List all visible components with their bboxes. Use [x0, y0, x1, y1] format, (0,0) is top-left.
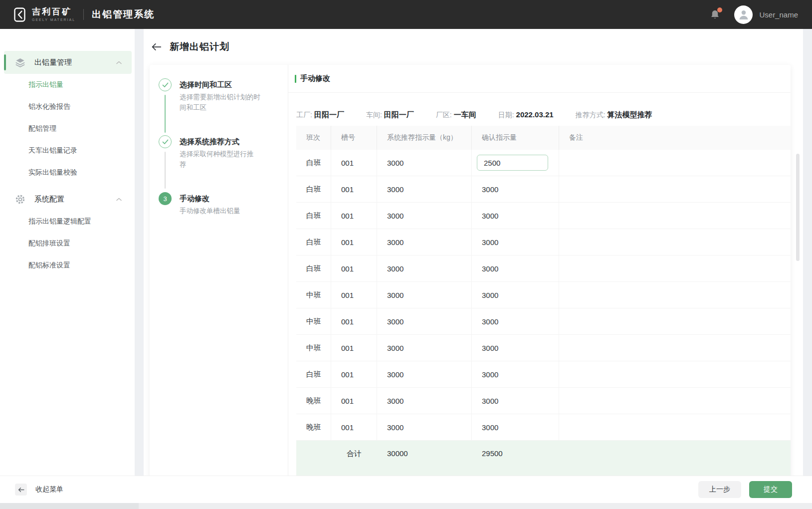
shift-cell: 白班	[296, 229, 331, 255]
page-header: 新增出铝计划	[144, 29, 803, 65]
slot-cell: 001	[331, 388, 377, 414]
table-row: 中班 001 3000 3000	[296, 308, 791, 335]
step-connector-1	[165, 95, 166, 133]
step-3-title: 手动修改	[180, 194, 209, 203]
top-header-bar: 吉利百矿 GEELY MATERIAL 出铝管理系统 User_name	[0, 0, 812, 29]
main-content: 新增出铝计划 选择时间和工区 选择需要新增出铝计划的时间和工区 选择系统推荐方式…	[144, 29, 803, 476]
confirmed-cell: 3000	[472, 282, 559, 308]
sidebar-items-group-2: 指示出铝量逻辑配置 配铝排班设置 配铝标准设置	[0, 211, 135, 276]
remark-cell	[559, 414, 791, 440]
slot-cell: 001	[331, 335, 377, 361]
recommended-cell: 3000	[377, 150, 472, 176]
brand-logo-icon	[14, 7, 26, 22]
confirmed-input[interactable]	[477, 155, 548, 171]
header-divider	[83, 9, 84, 20]
column-header: 系统推荐指示量（kg）	[377, 126, 472, 150]
recommended-cell: 3000	[377, 255, 472, 281]
brand-logo: 吉利百矿 GEELY MATERIAL	[14, 7, 75, 22]
table-row: 白班 001 3000 3000	[296, 255, 791, 282]
user-name[interactable]: User_name	[759, 10, 798, 19]
notification-dot	[717, 7, 722, 12]
recommended-cell: 3000	[377, 308, 472, 334]
remark-cell	[559, 335, 791, 361]
step-2-desc: 选择采取何种模型进行推荐	[180, 149, 258, 170]
remark-cell	[559, 282, 791, 308]
manual-edit-panel: 手动修改 工厂: 田阳一厂 车间: 田阳一厂 厂区:	[288, 65, 791, 476]
table-row: 中班 001 3000 3000	[296, 282, 791, 308]
confirmed-cell: 3000	[472, 335, 559, 361]
sidebar-item[interactable]: 配铝排班设置	[0, 233, 135, 254]
sidebar-item[interactable]: 铝水化验报告	[0, 96, 135, 118]
table-body: 白班 001 3000 白班 001	[296, 150, 791, 441]
avatar[interactable]	[734, 5, 753, 24]
recommended-cell: 3000	[377, 361, 472, 387]
column-header: 班次	[296, 126, 331, 150]
confirmed-cell: 3000	[472, 203, 559, 229]
meta-label: 工厂:	[296, 111, 312, 120]
step-2-check-icon	[159, 135, 172, 148]
recommended-cell: 3000	[377, 203, 472, 229]
brand-name-en: GEELY MATERIAL	[32, 18, 75, 21]
recommended-cell: 3000	[377, 176, 472, 202]
table-row: 晚班 001 3000 3000	[296, 414, 791, 441]
section-header: 手动修改	[288, 65, 791, 93]
confirmed-cell: 3000	[472, 255, 559, 281]
previous-step-button[interactable]: 上一步	[698, 481, 741, 498]
meta-value: 2022.03.21	[516, 110, 554, 119]
sidebar-section-aluminum-output[interactable]: 出铝量管理	[0, 51, 135, 74]
table-row: 白班 001 3000 3000	[296, 176, 791, 203]
step-1-desc: 选择需要新增出铝计划的时间和工区	[180, 92, 265, 113]
sidebar-item-label: 配铝管理	[28, 124, 56, 133]
recommended-cell: 3000	[377, 388, 472, 414]
sidebar-item[interactable]: 天车出铝量记录	[0, 140, 135, 162]
table-header-row: 班次 槽号 系统推荐指示量（kg） 确认指示量 备注	[296, 126, 791, 150]
meta-item: 推荐方式: 算法模型推荐	[576, 110, 652, 120]
sidebar-item[interactable]: 配铝标准设置	[0, 254, 135, 276]
slot-cell: 001	[331, 229, 377, 255]
sidebar-item[interactable]: 实际出铝量校验	[0, 162, 135, 184]
wizard-card: 选择时间和工区 选择需要新增出铝计划的时间和工区 选择系统推荐方式 选择采取何种…	[150, 65, 791, 476]
table-row: 晚班 001 3000 3000	[296, 388, 791, 414]
confirmed-cell-editable	[472, 150, 559, 176]
app-title: 出铝管理系统	[92, 8, 155, 21]
shift-cell: 白班	[296, 176, 331, 202]
remark-cell	[559, 255, 791, 281]
step-3-number: 3	[159, 192, 172, 205]
shift-cell: 白班	[296, 150, 331, 176]
total-label: 合计	[331, 441, 377, 476]
column-header: 槽号	[331, 126, 377, 150]
meta-item: 工厂: 田阳一厂	[296, 110, 344, 120]
table-row: 白班 001 3000	[296, 150, 791, 176]
meta-item: 厂区: 一车间	[436, 110, 476, 120]
layers-icon	[15, 57, 25, 68]
vertical-scrollbar[interactable]	[796, 154, 800, 261]
collapse-arrow-icon	[15, 484, 27, 496]
bottom-edge-strip	[0, 503, 812, 509]
meta-value: 田阳一厂	[384, 110, 414, 120]
sidebar-section-label: 系统配置	[34, 195, 64, 204]
meta-item: 车间: 田阳一厂	[366, 110, 414, 120]
submit-button[interactable]: 提交	[749, 481, 792, 498]
collapse-menu-button[interactable]: 收起菜单	[15, 484, 63, 496]
sidebar: 出铝量管理 指示出铝量 铝水化验报告 配铝管理 天车出铝量记录 实际出铝量校验	[0, 29, 135, 476]
meta-value: 算法模型推荐	[608, 110, 652, 120]
meta-label: 厂区:	[436, 111, 452, 120]
table-row: 白班 001 3000 3000	[296, 203, 791, 229]
back-arrow-icon[interactable]	[150, 40, 163, 53]
remark-cell	[559, 361, 791, 387]
sidebar-item[interactable]: 配铝管理	[0, 118, 135, 140]
sidebar-item[interactable]: 指示出铝量逻辑配置	[0, 211, 135, 233]
shift-cell: 晚班	[296, 414, 331, 440]
shift-cell: 白班	[296, 361, 331, 387]
sidebar-section-system-config[interactable]: 系统配置	[0, 188, 135, 211]
brand-name-cn: 吉利百矿	[32, 7, 75, 16]
sidebar-item[interactable]: 指示出铝量	[0, 74, 135, 96]
meta-label: 推荐方式:	[576, 111, 606, 120]
confirmed-cell: 3000	[472, 308, 559, 334]
notification-bell-icon[interactable]	[710, 9, 720, 20]
meta-item: 日期: 2022.03.21	[498, 110, 554, 120]
meta-value: 一车间	[454, 110, 476, 120]
sidebar-items-group-1: 指示出铝量 铝水化验报告 配铝管理 天车出铝量记录 实际出铝量校验	[0, 74, 135, 184]
chevron-up-icon	[116, 61, 122, 64]
step-3-desc: 手动修改单槽出铝量	[180, 206, 279, 216]
